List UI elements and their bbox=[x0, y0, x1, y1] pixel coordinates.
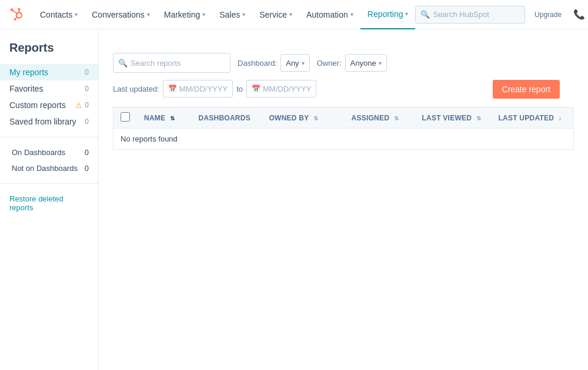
sort-icon: ⇅ bbox=[394, 115, 399, 122]
chevron-down-icon: ▾ bbox=[350, 11, 353, 18]
search-reports-container[interactable]: 🔍 bbox=[113, 53, 230, 73]
search-icon: 🔍 bbox=[118, 59, 128, 68]
chevron-down-icon: ▾ bbox=[379, 60, 382, 66]
sidebar-item-not-on-dashboards[interactable]: Not on Dashboards 0 bbox=[0, 160, 98, 176]
phone-icon[interactable]: 📞 bbox=[571, 6, 587, 23]
chevron-down-icon: ▾ bbox=[405, 11, 408, 17]
chevron-down-icon: ▾ bbox=[242, 11, 245, 18]
sidebar-item-on-dashboards[interactable]: On Dashboards 0 bbox=[0, 144, 98, 160]
nav-reporting[interactable]: Reporting ▾ bbox=[360, 0, 416, 29]
nav-sales[interactable]: Sales ▾ bbox=[212, 0, 252, 29]
sort-icon: ⇅ bbox=[313, 115, 318, 122]
chevron-down-icon: ▾ bbox=[289, 11, 292, 18]
select-all-checkbox[interactable] bbox=[121, 112, 130, 122]
table-body: No reports found bbox=[113, 129, 574, 150]
nav-marketing[interactable]: Marketing ▾ bbox=[157, 0, 212, 29]
create-report-button[interactable]: Create report bbox=[493, 80, 560, 99]
sort-icon: ⇅ bbox=[476, 115, 481, 122]
dashboard-filter-group: Dashboard: Any ▾ bbox=[238, 54, 310, 72]
chevron-down-icon: ▾ bbox=[202, 11, 205, 18]
main-content: Create report 🔍 Dashboard: Any ▾ Owner: … bbox=[99, 29, 588, 370]
nav-right: 🔍 Upgrade 📞 💬 ❓ ⚙ 🔔 IS Inspired Spac ▾ bbox=[415, 6, 588, 23]
chevron-down-icon: ▾ bbox=[147, 11, 150, 18]
nav-service[interactable]: Service ▾ bbox=[252, 0, 299, 29]
upgrade-button[interactable]: Upgrade bbox=[530, 6, 566, 23]
sidebar-item-custom-reports[interactable]: Custom reports ⚠ 0 bbox=[0, 97, 98, 113]
chevron-down-icon: ▾ bbox=[302, 60, 305, 66]
restore-deleted-reports-link[interactable]: Restore deleted reports bbox=[0, 191, 98, 216]
nav-conversations[interactable]: Conversations ▾ bbox=[85, 0, 157, 29]
table-header: NAME ⇅ DASHBOARDS OWNED BY ⇅ ASSIGNED ⇅ bbox=[113, 107, 574, 129]
calendar-icon: 📅 bbox=[168, 85, 177, 93]
search-icon: 🔍 bbox=[420, 10, 430, 19]
warning-icon: ⚠ bbox=[75, 101, 82, 110]
sort-icon: ⇅ bbox=[170, 115, 175, 122]
nav-links: Contacts ▾ Conversations ▾ Marketing ▾ S… bbox=[33, 0, 415, 29]
table-col-owned-by[interactable]: OWNED BY ⇅ bbox=[262, 107, 345, 129]
page-layout: Reports My reports 0 Favorites 0 Custom … bbox=[0, 29, 588, 370]
sidebar-title: Reports bbox=[0, 41, 98, 64]
table-col-last-viewed[interactable]: LAST VIEWED ⇅ bbox=[415, 107, 492, 129]
reports-table: NAME ⇅ DASHBOARDS OWNED BY ⇅ ASSIGNED ⇅ bbox=[113, 107, 574, 150]
sort-desc-icon: ↓ bbox=[559, 115, 562, 122]
nav-automation[interactable]: Automation ▾ bbox=[299, 0, 360, 29]
chevron-down-icon: ▾ bbox=[75, 11, 78, 18]
table-col-dashboards: DASHBOARDS bbox=[192, 107, 262, 129]
date-to-input[interactable]: 📅 MM/DD/YYYY bbox=[246, 80, 316, 97]
sidebar: Reports My reports 0 Favorites 0 Custom … bbox=[0, 29, 99, 370]
no-results-row: No reports found bbox=[113, 129, 574, 150]
no-results-message: No reports found bbox=[113, 129, 574, 150]
owner-filter-group: Owner: Anyone ▾ bbox=[317, 54, 387, 72]
hubspot-logo[interactable] bbox=[9, 4, 26, 25]
table-col-last-updated[interactable]: LAST UPDATED ↓ bbox=[492, 107, 574, 129]
table-col-assigned[interactable]: ASSIGNED ⇅ bbox=[345, 107, 415, 129]
sidebar-divider-2 bbox=[0, 183, 98, 184]
date-from-input[interactable]: 📅 MM/DD/YYYY bbox=[163, 80, 233, 97]
owner-filter-select[interactable]: Anyone ▾ bbox=[345, 54, 387, 72]
last-updated-filter-group: Last updated: 📅 MM/DD/YYYY to 📅 MM/DD/YY… bbox=[113, 80, 316, 97]
table-header-checkbox bbox=[113, 107, 138, 129]
sidebar-item-my-reports[interactable]: My reports 0 bbox=[0, 64, 98, 80]
sidebar-item-favorites[interactable]: Favorites 0 bbox=[0, 80, 98, 97]
nav-contacts[interactable]: Contacts ▾ bbox=[33, 0, 85, 29]
global-search[interactable]: 🔍 bbox=[415, 6, 525, 23]
search-reports-input[interactable] bbox=[131, 59, 225, 68]
dashboard-filter-select[interactable]: Any ▾ bbox=[280, 54, 309, 72]
table-col-name[interactable]: NAME ⇅ bbox=[137, 107, 192, 129]
sidebar-item-saved-from-library[interactable]: Saved from library 0 bbox=[0, 113, 98, 130]
global-search-input[interactable] bbox=[433, 10, 520, 19]
top-navigation: Contacts ▾ Conversations ▾ Marketing ▾ S… bbox=[0, 0, 588, 29]
sidebar-divider bbox=[0, 137, 98, 137]
calendar-icon: 📅 bbox=[252, 85, 260, 93]
